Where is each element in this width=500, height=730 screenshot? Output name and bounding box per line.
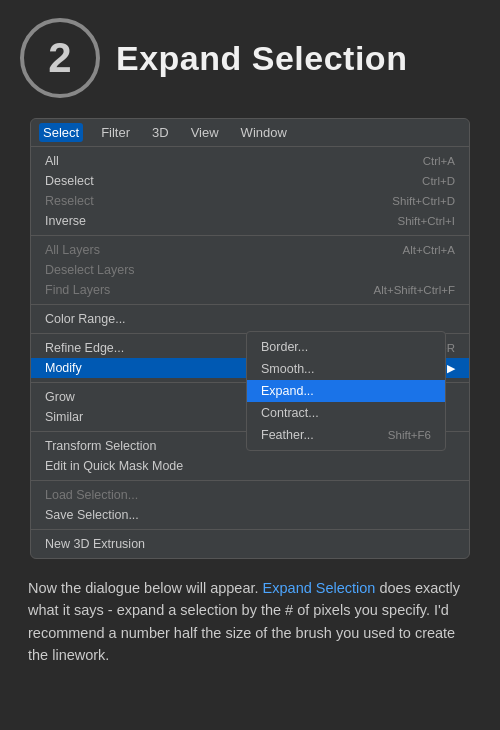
menu-item-save-selection-label: Save Selection... [45,508,139,522]
menu-bar-3d[interactable]: 3D [148,123,173,142]
menu-item-deselect-layers-label: Deselect Layers [45,263,135,277]
menu-item-color-range-label: Color Range... [45,312,126,326]
submenu-feather-shortcut: Shift+F6 [388,429,431,441]
menu-item-all-layers[interactable]: All Layers Alt+Ctrl+A [31,240,469,260]
menu-item-deselect-label: Deselect [45,174,94,188]
menu-item-all-shortcut: Ctrl+A [423,155,455,167]
menu-item-all-layers-label: All Layers [45,243,100,257]
menu-item-reselect-shortcut: Shift+Ctrl+D [392,195,455,207]
menu-item-load-selection-label: Load Selection... [45,488,138,502]
menu-bar-window[interactable]: Window [237,123,291,142]
menu-item-transform-selection-label: Transform Selection [45,439,156,453]
menu-item-find-layers[interactable]: Find Layers Alt+Shift+Ctrl+F [31,280,469,300]
submenu-contract[interactable]: Contract... [247,402,445,424]
menu-item-inverse-label: Inverse [45,214,86,228]
menu-item-3d-extrusion[interactable]: New 3D Extrusion [31,534,469,554]
menu-item-reselect[interactable]: Reselect Shift+Ctrl+D [31,191,469,211]
header: 2 Expand Selection [0,0,500,108]
menu-item-quick-mask-label: Edit in Quick Mask Mode [45,459,183,473]
description-text1: Now the dialogue below will appear. [28,580,263,596]
menu-item-find-layers-label: Find Layers [45,283,110,297]
submenu-border[interactable]: Border... [247,336,445,358]
menu-item-deselect-shortcut: Ctrl+D [422,175,455,187]
description: Now the dialogue below will appear. Expa… [0,559,500,667]
menu-item-quick-mask[interactable]: Edit in Quick Mask Mode [31,456,469,476]
menu-item-3d-extrusion-label: New 3D Extrusion [45,537,145,551]
submenu-smooth[interactable]: Smooth... [247,358,445,380]
menu-panel: Select Filter 3D View Window All Ctrl+A … [30,118,470,559]
page-title: Expand Selection [116,39,407,78]
menu-item-reselect-label: Reselect [45,194,94,208]
menu-item-all[interactable]: All Ctrl+A [31,151,469,171]
menu-item-modify-label: Modify [45,361,82,375]
menu-bar-filter[interactable]: Filter [97,123,134,142]
menu-item-inverse-shortcut: Shift+Ctrl+I [397,215,455,227]
menu-bar: Select Filter 3D View Window [31,119,469,147]
menu-item-color-range[interactable]: Color Range... [31,309,469,329]
submenu-expand[interactable]: Expand... [247,380,445,402]
menu-item-all-label: All [45,154,59,168]
menu-item-find-layers-shortcut: Alt+Shift+Ctrl+F [374,284,456,296]
submenu-feather[interactable]: Feather... Shift+F6 [247,424,445,446]
submenu-modify: Border... Smooth... Expand... Contract..… [246,331,446,451]
submenu-expand-label: Expand... [261,384,314,398]
arrow-icon: ▶ [447,362,455,375]
step-circle: 2 [20,18,100,98]
submenu-smooth-label: Smooth... [261,362,315,376]
submenu-border-label: Border... [261,340,308,354]
menu-item-refine-edge-label: Refine Edge... [45,341,124,355]
submenu-feather-label: Feather... [261,428,314,442]
menu-item-grow-label: Grow [45,390,75,404]
separator-6 [31,480,469,481]
menu-item-save-selection[interactable]: Save Selection... [31,505,469,525]
menu-bar-view[interactable]: View [187,123,223,142]
menu-item-inverse[interactable]: Inverse Shift+Ctrl+I [31,211,469,231]
menu-item-load-selection[interactable]: Load Selection... [31,485,469,505]
menu-bar-select[interactable]: Select [39,123,83,142]
separator-7 [31,529,469,530]
menu-item-similar-label: Similar [45,410,83,424]
separator-2 [31,304,469,305]
step-number: 2 [48,34,71,82]
menu-item-deselect-layers[interactable]: Deselect Layers [31,260,469,280]
description-highlight: Expand Selection [263,580,376,596]
submenu-contract-label: Contract... [261,406,319,420]
menu-item-all-layers-shortcut: Alt+Ctrl+A [403,244,455,256]
menu-item-deselect[interactable]: Deselect Ctrl+D [31,171,469,191]
separator-1 [31,235,469,236]
